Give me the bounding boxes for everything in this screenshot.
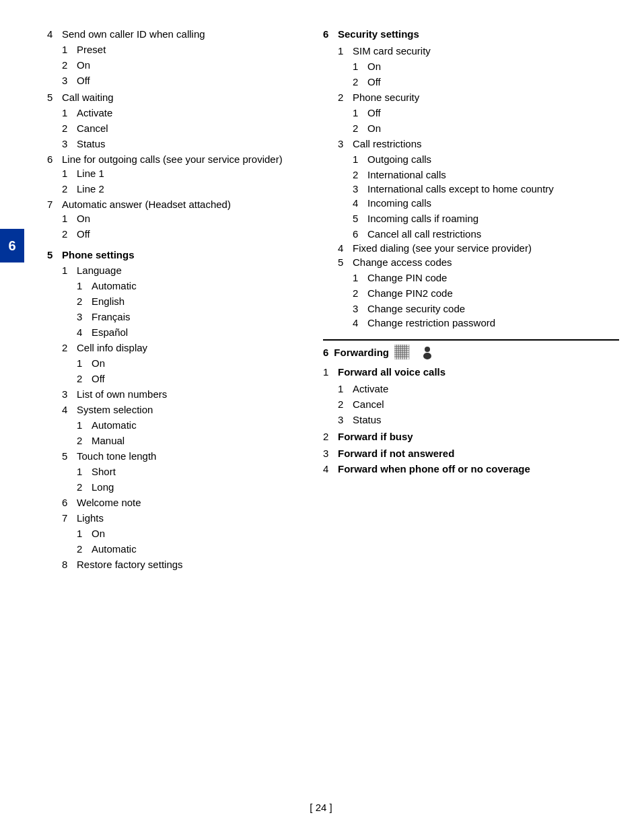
- list-item: 2 Cancel: [323, 397, 619, 411]
- item-text: Language: [77, 263, 122, 277]
- item-num: 2: [77, 294, 92, 308]
- item-text: Off: [92, 372, 105, 386]
- item-text: SIM card security: [353, 44, 431, 58]
- section5-header: 5 Phone settings: [47, 248, 296, 262]
- item-text: Change security code: [367, 302, 465, 316]
- item-text: Cancel all call restrictions: [367, 227, 481, 241]
- item-text: Change PIN2 code: [367, 286, 453, 300]
- item-num: 2: [77, 372, 92, 386]
- list-item: 1 SIM card security: [323, 44, 619, 58]
- list-item: 6 Line for outgoing calls (see your serv…: [47, 153, 296, 165]
- item-num: 1: [77, 418, 92, 432]
- item-text: Incoming calls: [367, 196, 431, 210]
- item-text: Line for outgoing calls (see your servic…: [62, 153, 283, 165]
- list-item: 2 International calls: [323, 168, 619, 182]
- list-item: 4 Español: [47, 325, 296, 339]
- list-item: 1 Line 1: [47, 166, 296, 180]
- item-text: Cancel: [353, 397, 384, 411]
- item-text: English: [92, 294, 124, 308]
- list-item: 4 Forward when phone off or no coverage: [323, 463, 619, 475]
- item-text: Off: [367, 106, 381, 120]
- item-num: 3: [62, 137, 77, 151]
- list-item: 5 Incoming calls if roaming: [323, 211, 619, 225]
- item-text: System selection: [77, 403, 153, 417]
- two-column-layout: 4 Send own caller ID when calling 1 Pres…: [13, 27, 629, 788]
- item-text: On: [367, 121, 381, 135]
- list-item: 1 Activate: [323, 382, 619, 396]
- item-num: 2: [338, 397, 353, 411]
- list-item: 1 Off: [323, 106, 619, 120]
- section-num: 6: [323, 347, 328, 358]
- item-text: Activate: [77, 106, 112, 120]
- list-item: 7 Lights: [47, 511, 296, 525]
- item-text: Welcome note: [77, 495, 141, 510]
- left-column: 4 Send own caller ID when calling 1 Pres…: [13, 27, 296, 788]
- item-num: 1: [62, 211, 77, 225]
- list-item: 2 Line 2: [47, 182, 296, 196]
- page-container: 6 4 Send own caller ID when calling 1 Pr…: [0, 0, 642, 840]
- item-text: International calls except to home count…: [367, 183, 554, 195]
- item-num: 1: [323, 365, 338, 379]
- section-title: Forwarding: [334, 347, 389, 358]
- item-num: 6: [47, 153, 62, 165]
- list-item: 6 Welcome note: [47, 495, 296, 510]
- list-item: 2 Phone security: [323, 90, 619, 104]
- item-num: 1: [353, 271, 367, 285]
- item-text: Send own caller ID when calling: [62, 27, 205, 41]
- item-num: 1: [338, 44, 353, 58]
- item-num: 2: [323, 429, 338, 444]
- item-text: Forward if not answered: [338, 446, 454, 460]
- item-num: 2: [77, 433, 92, 448]
- item-text: Français: [92, 310, 131, 324]
- item-text: On: [92, 526, 105, 540]
- svg-point-13: [425, 347, 430, 352]
- item-num: 1: [62, 106, 77, 120]
- item-text: Manual: [92, 433, 124, 448]
- list-item: 1 Outgoing calls: [323, 152, 619, 166]
- chapter-number: 6: [8, 238, 15, 254]
- item-num: 4: [338, 242, 353, 254]
- list-item: 4 Fixed dialing (see your service provid…: [323, 242, 619, 254]
- item-text: Fixed dialing (see your service provider…: [353, 242, 532, 254]
- item-num: 4: [353, 317, 367, 328]
- item-num: 5: [353, 211, 367, 225]
- item-text: Change access codes: [353, 255, 452, 269]
- chapter-tab: 6: [0, 229, 24, 262]
- item-num: 1: [353, 106, 367, 120]
- item-text: Forward when phone off or no coverage: [338, 463, 530, 475]
- item-num: 2: [62, 182, 77, 196]
- item-num: 8: [62, 557, 77, 571]
- section-divider: [323, 339, 619, 341]
- list-item: 1 Forward all voice calls: [323, 365, 619, 379]
- item-num: 1: [353, 59, 367, 73]
- person-icon: [420, 345, 435, 359]
- list-item: 2 On: [323, 121, 619, 135]
- list-item: 2 Automatic: [47, 542, 296, 556]
- item-text: Automatic: [92, 542, 137, 556]
- item-num: 1: [77, 356, 92, 370]
- item-num: 6: [62, 495, 77, 510]
- item-text: Line 2: [77, 182, 104, 196]
- item-num: 1: [353, 152, 367, 166]
- list-item: 2 Manual: [47, 433, 296, 448]
- list-item: 1 On: [47, 526, 296, 540]
- item-num: 1: [62, 42, 77, 57]
- list-item: 6 Cancel all call restrictions: [323, 227, 619, 241]
- item-text: On: [367, 59, 381, 73]
- list-item: 1 On: [47, 356, 296, 370]
- item-text: Change restriction password: [367, 317, 495, 328]
- item-num: 5: [47, 90, 62, 104]
- list-item: 3 International calls except to home cou…: [323, 183, 619, 195]
- item-text: Incoming calls if roaming: [367, 211, 478, 225]
- list-item: 1 On: [47, 211, 296, 225]
- item-text: Cell info display: [77, 341, 147, 355]
- item-num: 5: [47, 248, 62, 262]
- item-num: 4: [77, 325, 92, 339]
- item-text: Forward all voice calls: [338, 365, 445, 379]
- item-num: 2: [353, 168, 367, 182]
- item-text: Automatic: [92, 279, 137, 293]
- grid-icon: [394, 345, 417, 359]
- list-item: 1 Activate: [47, 106, 296, 120]
- item-text: Lights: [77, 511, 104, 525]
- item-num: 7: [47, 199, 62, 210]
